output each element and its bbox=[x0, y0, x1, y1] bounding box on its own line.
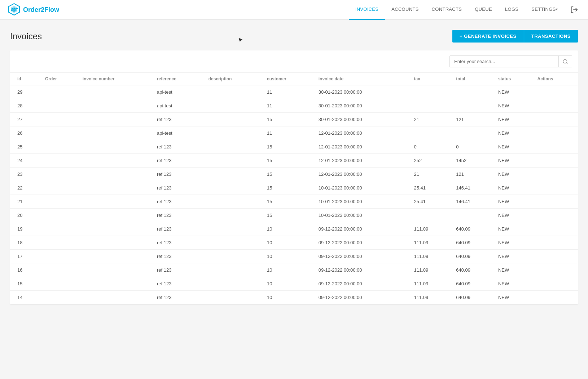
cell-total: 1452 bbox=[452, 154, 494, 168]
nav-accounts[interactable]: ACCOUNTS bbox=[385, 0, 425, 20]
cell-actions[interactable] bbox=[533, 277, 578, 291]
nav-contracts[interactable]: CONTRACTS bbox=[425, 0, 469, 20]
cell-actions[interactable] bbox=[533, 126, 578, 140]
cell-customer: 15 bbox=[263, 209, 314, 222]
cell-status: NEW bbox=[494, 168, 533, 181]
cell-tax: 111.09 bbox=[410, 277, 452, 291]
cell-tax: 21 bbox=[410, 168, 452, 181]
table-row[interactable]: 14ref 1231009-12-2022 00:00:00111.09640.… bbox=[10, 291, 578, 304]
page-title: Invoices bbox=[10, 31, 42, 41]
table-row[interactable]: 16ref 1231009-12-2022 00:00:00111.09640.… bbox=[10, 263, 578, 277]
cell-order bbox=[41, 181, 78, 195]
cell-id: 27 bbox=[10, 113, 41, 126]
cell-description bbox=[204, 154, 263, 168]
table-row[interactable]: 27ref 1231530-01-2023 00:00:0021121NEW bbox=[10, 113, 578, 126]
table-row[interactable]: 28api-test1130-01-2023 00:00:00NEW bbox=[10, 99, 578, 113]
cell-actions[interactable] bbox=[533, 113, 578, 126]
cell-id: 14 bbox=[10, 291, 41, 304]
cell-actions[interactable] bbox=[533, 85, 578, 99]
cell-customer: 11 bbox=[263, 99, 314, 113]
cell-total: 640.09 bbox=[452, 263, 494, 277]
cell-reference: ref 123 bbox=[153, 263, 204, 277]
cell-actions[interactable] bbox=[533, 168, 578, 181]
cell-actions[interactable] bbox=[533, 195, 578, 209]
nav-settings[interactable]: SETTINGS bbox=[525, 0, 564, 20]
cell-description bbox=[204, 140, 263, 154]
cell-reference: ref 123 bbox=[153, 195, 204, 209]
cell-tax bbox=[410, 99, 452, 113]
cell-reference: ref 123 bbox=[153, 113, 204, 126]
cell-total: 640.09 bbox=[452, 236, 494, 250]
cell-reference: api-test bbox=[153, 99, 204, 113]
table-body: 29api-test1130-01-2023 00:00:00NEW28api-… bbox=[10, 85, 578, 304]
table-row[interactable]: 23ref 1231512-01-2023 00:00:0021121NEW bbox=[10, 168, 578, 181]
search-button[interactable] bbox=[558, 56, 572, 67]
cell-actions[interactable] bbox=[533, 236, 578, 250]
transactions-button[interactable]: TRANSACTIONS bbox=[524, 30, 578, 43]
cell-actions[interactable] bbox=[533, 181, 578, 195]
table-wrapper: id Order invoice number reference descri… bbox=[10, 73, 578, 304]
cell-reference: ref 123 bbox=[153, 291, 204, 304]
col-invoice-number: invoice number bbox=[78, 73, 153, 85]
nav-invoices[interactable]: INVOICES bbox=[349, 0, 385, 20]
table-row[interactable]: 20ref 1231510-01-2023 00:00:00NEW bbox=[10, 209, 578, 222]
cell-reference: ref 123 bbox=[153, 236, 204, 250]
cell-description bbox=[204, 291, 263, 304]
table-row[interactable]: 15ref 1231009-12-2022 00:00:00111.09640.… bbox=[10, 277, 578, 291]
table-row[interactable]: 29api-test1130-01-2023 00:00:00NEW bbox=[10, 85, 578, 99]
cell-invoice-number bbox=[78, 263, 153, 277]
cell-description bbox=[204, 113, 263, 126]
cell-customer: 10 bbox=[263, 263, 314, 277]
cell-reference: ref 123 bbox=[153, 250, 204, 263]
cell-total bbox=[452, 209, 494, 222]
logout-button[interactable] bbox=[568, 3, 581, 16]
cell-actions[interactable] bbox=[533, 154, 578, 168]
table-row[interactable]: 21ref 1231510-01-2023 00:00:0025.41146.4… bbox=[10, 195, 578, 209]
table-row[interactable]: 18ref 1231009-12-2022 00:00:00111.09640.… bbox=[10, 236, 578, 250]
cell-order bbox=[41, 209, 78, 222]
table-row[interactable]: 26api-test1112-01-2023 00:00:00NEW bbox=[10, 126, 578, 140]
cell-invoice-date: 09-12-2022 00:00:00 bbox=[314, 277, 410, 291]
cell-actions[interactable] bbox=[533, 140, 578, 154]
table-row[interactable]: 17ref 1231009-12-2022 00:00:00111.09640.… bbox=[10, 250, 578, 263]
cell-invoice-date: 10-01-2023 00:00:00 bbox=[314, 195, 410, 209]
table-row[interactable]: 19ref 1231009-12-2022 00:00:00111.09640.… bbox=[10, 222, 578, 236]
cell-actions[interactable] bbox=[533, 99, 578, 113]
logo[interactable]: O2F Order2Flow bbox=[7, 3, 59, 17]
cell-invoice-number bbox=[78, 250, 153, 263]
cell-total: 121 bbox=[452, 168, 494, 181]
cell-actions[interactable] bbox=[533, 263, 578, 277]
cell-invoice-number bbox=[78, 126, 153, 140]
cell-actions[interactable] bbox=[533, 291, 578, 304]
cell-customer: 15 bbox=[263, 195, 314, 209]
cell-tax: 25.41 bbox=[410, 181, 452, 195]
search-input[interactable] bbox=[450, 56, 558, 67]
cell-actions[interactable] bbox=[533, 209, 578, 222]
svg-text:O2F: O2F bbox=[11, 8, 18, 12]
nav-queue[interactable]: QUEUE bbox=[468, 0, 499, 20]
cell-invoice-number bbox=[78, 113, 153, 126]
cell-id: 29 bbox=[10, 85, 41, 99]
table-row[interactable]: 22ref 1231510-01-2023 00:00:0025.41146.4… bbox=[10, 181, 578, 195]
invoices-table: id Order invoice number reference descri… bbox=[10, 73, 578, 304]
cell-total: 640.09 bbox=[452, 277, 494, 291]
logo-icon: O2F bbox=[7, 3, 21, 17]
cell-actions[interactable] bbox=[533, 222, 578, 236]
cell-status: NEW bbox=[494, 85, 533, 99]
cell-reference: ref 123 bbox=[153, 209, 204, 222]
cell-actions[interactable] bbox=[533, 250, 578, 263]
cell-invoice-date: 09-12-2022 00:00:00 bbox=[314, 250, 410, 263]
cell-reference: api-test bbox=[153, 85, 204, 99]
cell-order bbox=[41, 222, 78, 236]
table-row[interactable]: 24ref 1231512-01-2023 00:00:002521452NEW bbox=[10, 154, 578, 168]
cell-invoice-date: 09-12-2022 00:00:00 bbox=[314, 236, 410, 250]
nav-logs[interactable]: LOGS bbox=[499, 0, 525, 20]
generate-invoices-button[interactable]: + GENERATE INVOICES bbox=[452, 30, 524, 43]
cell-invoice-date: 30-01-2023 00:00:00 bbox=[314, 113, 410, 126]
cell-id: 19 bbox=[10, 222, 41, 236]
cell-id: 21 bbox=[10, 195, 41, 209]
cell-id: 26 bbox=[10, 126, 41, 140]
cell-customer: 10 bbox=[263, 277, 314, 291]
cell-customer: 15 bbox=[263, 181, 314, 195]
table-row[interactable]: 25ref 1231512-01-2023 00:00:0000NEW bbox=[10, 140, 578, 154]
